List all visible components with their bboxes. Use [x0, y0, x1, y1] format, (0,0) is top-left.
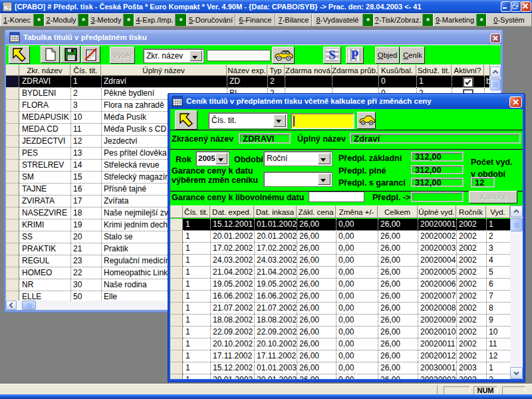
svg-text:S: S: [329, 48, 336, 62]
svg-text:P: P: [351, 48, 359, 62]
